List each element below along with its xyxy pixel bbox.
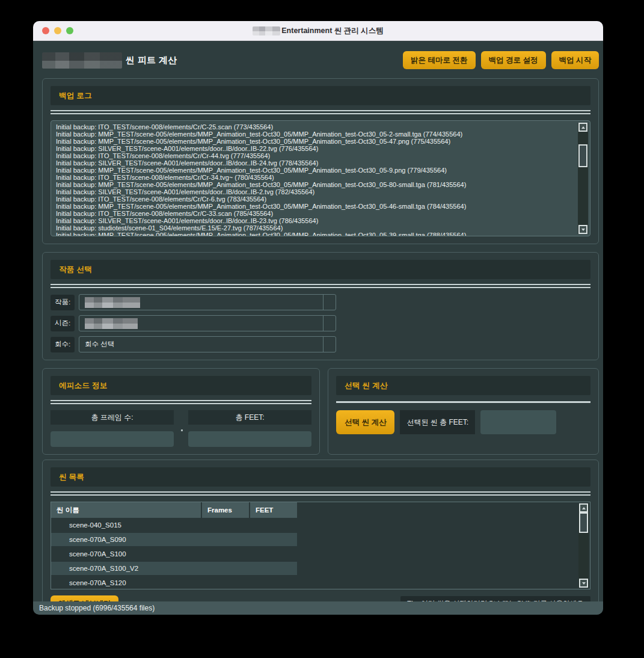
log-entry: Initial backup: SILVER_TEST/scene-A001/e… xyxy=(56,145,575,152)
backup-log-box: Initial backup: ITO_TEST/scene-008/eleme… xyxy=(51,120,590,236)
season-field-row: 시즌: xyxy=(51,315,590,331)
work-label: 작품: xyxy=(51,295,75,310)
header-buttons: 밝은 테마로 전환 백업 경로 설정 백업 시작 xyxy=(403,51,599,69)
scroll-down-icon[interactable] xyxy=(578,225,587,234)
page-title: 씬 피트 계산 xyxy=(126,55,177,66)
log-entry: Initial backup: ITO_TEST/scene-008/eleme… xyxy=(56,174,575,181)
total-feet-column: 총 FEET: xyxy=(188,410,311,447)
scene-list-group: 씬 목록 씬 이름 Frames FEET scene-040_S015scen… xyxy=(42,460,599,615)
log-entry: Initial backup: SILVER_TEST/scene-A001/e… xyxy=(56,217,575,224)
log-entry: Initial backup: studiotest/scene-01_S04/… xyxy=(56,224,575,232)
total-frames-label: 총 프레임 수: xyxy=(51,410,174,425)
log-entry: Initial backup: MMP_TEST/scene-005/eleme… xyxy=(56,138,575,145)
log-entry: Initial backup: MMP_TEST/scene-005/eleme… xyxy=(56,167,575,174)
scene-row[interactable]: scene-070A_S120 xyxy=(51,576,590,589)
scene-name: scene-070A_S090 xyxy=(51,536,126,543)
app-window: Entertainment 씬 관리 시스템 씬 피트 계산 밝은 테마로 전환… xyxy=(33,21,603,615)
episode-info-group: 에피소드 정보 총 프레임 수: 총 FEET: xyxy=(42,368,320,455)
scrollbar-thumb[interactable] xyxy=(579,512,588,533)
redacted-logo xyxy=(42,52,122,69)
scene-name: scene-040_S015 xyxy=(51,521,121,529)
log-entry: Initial backup: ITO_TEST/scene-008/eleme… xyxy=(56,195,575,203)
minimize-icon[interactable] xyxy=(54,27,61,34)
season-select[interactable] xyxy=(79,315,336,331)
scroll-down-icon[interactable] xyxy=(579,579,588,588)
backup-log-title: 백업 로그 xyxy=(51,86,590,105)
dropdown-arrow-icon[interactable] xyxy=(323,337,336,352)
work-select[interactable] xyxy=(79,294,336,310)
calc-selected-button[interactable]: 선택 씬 계산 xyxy=(336,410,394,434)
divider-dot xyxy=(181,429,183,431)
backup-start-button[interactable]: 백업 시작 xyxy=(551,51,599,69)
episode-info-title: 에피소드 정보 xyxy=(51,376,311,395)
main-content: 씬 피트 계산 밝은 테마로 전환 백업 경로 설정 백업 시작 백업 로그 I… xyxy=(33,50,603,610)
total-feet-field[interactable] xyxy=(188,431,311,447)
separator xyxy=(51,284,590,288)
scroll-up-icon[interactable] xyxy=(578,123,587,132)
separator xyxy=(51,400,311,404)
separator xyxy=(51,110,590,114)
work-selection-group: 작품 선택 작품: 시즌: 회수: 회수 선택 xyxy=(42,252,599,360)
backup-path-button[interactable]: 백업 경로 설정 xyxy=(481,51,546,69)
app-header: 씬 피트 계산 밝은 테마로 전환 백업 경로 설정 백업 시작 xyxy=(42,50,599,70)
scene-name: scene-070A_S100 xyxy=(51,550,126,558)
log-scrollbar[interactable] xyxy=(578,123,588,234)
scrollbar-thumb[interactable] xyxy=(578,144,587,167)
column-header-feet[interactable]: FEET xyxy=(250,502,298,518)
season-label: 시즌: xyxy=(51,316,75,331)
window-title: Entertainment 씬 관리 시스템 xyxy=(281,26,383,36)
scene-table-body: scene-040_S015scene-070A_S090scene-070A_… xyxy=(51,518,590,589)
log-entry: Initial backup: ITO_TEST/scene-008/eleme… xyxy=(56,123,575,131)
scene-scrollbar[interactable] xyxy=(578,503,589,588)
scene-table-header: 씬 이름 Frames FEET xyxy=(51,502,590,518)
selected-feet-label: 선택된 씬 총 FEET: xyxy=(400,410,475,434)
traffic-lights xyxy=(42,21,73,40)
calc-controls: 선택 씬 계산 선택된 씬 총 FEET: xyxy=(336,410,590,434)
dropdown-arrow-icon[interactable] xyxy=(323,295,336,310)
log-entry: Initial backup: SILVER_TEST/scene-A001/e… xyxy=(56,188,575,195)
title-bar: Entertainment 씬 관리 시스템 xyxy=(33,21,603,41)
scene-table: 씬 이름 Frames FEET scene-040_S015scene-070… xyxy=(51,502,590,589)
log-entry: Initial backup: MMP_TEST/scene-005/eleme… xyxy=(56,232,575,236)
backup-log-list: Initial backup: ITO_TEST/scene-008/eleme… xyxy=(56,123,575,236)
episode-label: 회수: xyxy=(51,337,75,352)
scene-list-title: 씬 목록 xyxy=(51,467,590,487)
column-header-scene-name[interactable]: 씬 이름 xyxy=(51,502,202,518)
log-entry: Initial backup: ITO_TEST/scene-008/eleme… xyxy=(56,152,575,159)
status-bar: Backup stopped (6996/435564 files) xyxy=(33,601,603,615)
scene-name: scene-070A_S120 xyxy=(51,579,126,586)
backup-log-group: 백업 로그 Initial backup: ITO_TEST/scene-008… xyxy=(42,78,599,244)
scene-name: scene-070A_S100_V2 xyxy=(51,565,138,572)
episode-field-row: 회수: 회수 선택 xyxy=(51,336,590,352)
scene-row[interactable]: scene-040_S015 xyxy=(51,518,590,532)
zoom-icon[interactable] xyxy=(66,27,73,34)
work-field-row: 작품: xyxy=(51,294,590,310)
scene-row[interactable]: scene-070A_S090 xyxy=(51,532,590,547)
window-title-area: Entertainment 씬 관리 시스템 xyxy=(253,26,383,36)
work-selection-title: 작품 선택 xyxy=(51,260,590,279)
log-entry: Initial backup: SILVER_TEST/scene-A001/e… xyxy=(56,159,575,167)
log-entry: Initial backup: MMP_TEST/scene-005/eleme… xyxy=(56,131,575,138)
column-header-frames[interactable]: Frames xyxy=(202,502,250,518)
log-entry: Initial backup: ITO_TEST/scene-008/eleme… xyxy=(56,210,575,217)
selected-feet-field[interactable] xyxy=(480,410,556,434)
selected-scene-calc-group: 선택 씬 계산 선택 씬 계산 선택된 씬 총 FEET: xyxy=(328,368,599,455)
total-feet-label: 총 FEET: xyxy=(188,410,311,425)
episode-select[interactable]: 회수 선택 xyxy=(79,336,336,352)
separator xyxy=(51,491,590,496)
log-entry: Initial backup: MMP_TEST/scene-005/eleme… xyxy=(56,203,575,210)
theme-toggle-button[interactable]: 밝은 테마로 전환 xyxy=(403,51,475,69)
dropdown-arrow-icon[interactable] xyxy=(323,316,336,331)
redacted-title-prefix xyxy=(253,26,280,35)
scene-row[interactable]: scene-070A_S100_V2 xyxy=(51,561,590,576)
close-icon[interactable] xyxy=(42,27,49,34)
scene-row[interactable]: scene-070A_S100 xyxy=(51,547,590,561)
redacted-work-value xyxy=(85,297,140,308)
scroll-up-icon[interactable] xyxy=(579,503,588,512)
episode-select-value: 회수 선택 xyxy=(85,340,114,349)
episode-info-fields: 총 프레임 수: 총 FEET: xyxy=(51,410,311,447)
middle-groups: 에피소드 정보 총 프레임 수: 총 FEET: 선택 씬 계산 xyxy=(42,360,599,455)
total-frames-field[interactable] xyxy=(51,431,174,447)
total-frames-column: 총 프레임 수: xyxy=(51,410,174,447)
selected-scene-calc-title: 선택 씬 계산 xyxy=(336,376,590,395)
